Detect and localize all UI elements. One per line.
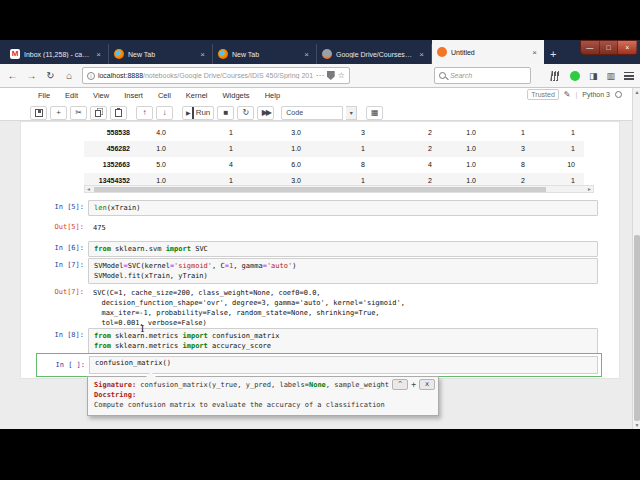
scroll-left-icon[interactable]: ◄	[86, 186, 91, 193]
chevron-down-icon[interactable]: ▾	[346, 106, 357, 120]
menu-file[interactable]: File	[38, 91, 50, 100]
cell-type-dropdown[interactable]: Code	[281, 106, 343, 120]
cut-cell-button[interactable]: ✂	[70, 106, 87, 120]
add-cell-button[interactable]: +	[50, 106, 67, 120]
scroll-up-icon[interactable]: ▲	[633, 89, 640, 95]
close-button[interactable]: ×	[618, 41, 637, 54]
code-token: import	[183, 332, 208, 340]
header-right: Trusted ✎ | Python 3	[527, 89, 622, 100]
output-line: SVC(C=1, cache_size=200, class_weight=No…	[93, 288, 405, 298]
scrollbar-thumb[interactable]	[94, 187, 546, 192]
docstring-text: Compute confusion matrix to evaluate the…	[94, 400, 432, 410]
search-bar[interactable]: Search	[434, 67, 531, 84]
cell: 1.0	[434, 157, 478, 173]
tab-google-drive[interactable]: Google Drive/Courses/IDIS 450 ×	[317, 44, 432, 64]
paste-cell-button[interactable]	[110, 106, 127, 120]
tooltip-close-button[interactable]: x	[419, 379, 435, 390]
out-prompt: Out[5]:	[34, 223, 84, 231]
site-info-icon[interactable]: i	[87, 72, 95, 80]
tab-label: Inbox (11,258) - capar@tamu...	[24, 51, 90, 58]
row-index: 1352663	[84, 157, 132, 173]
code-token: len	[94, 204, 107, 212]
code-token: accuracy_score	[208, 342, 271, 350]
move-cell-down-button[interactable]: ↓	[156, 106, 173, 120]
tab-close-icon[interactable]: ×	[302, 50, 311, 59]
scroll-right-icon[interactable]: ►	[587, 186, 592, 193]
back-button[interactable]: ←	[6, 71, 19, 81]
cell: 1	[168, 125, 235, 141]
table-horizontal-scrollbar[interactable]: ◄ ►	[84, 185, 594, 193]
extension-icon[interactable]	[570, 71, 580, 81]
tab-close-icon[interactable]: ×	[417, 50, 426, 59]
tab-gmail[interactable]: M Inbox (11,258) - capar@tamu... ×	[5, 44, 109, 64]
scroll-down-icon[interactable]: ▼	[633, 422, 640, 428]
new-tab-button[interactable]: +	[550, 48, 556, 60]
tab-close-icon[interactable]: ×	[530, 48, 539, 57]
code-token: import	[183, 342, 208, 350]
menu-edit[interactable]: Edit	[65, 91, 78, 100]
menu-kernel[interactable]: Kernel	[186, 91, 208, 100]
cell: 8	[303, 157, 367, 173]
home-button[interactable]: ⌂	[63, 71, 76, 81]
tooltip-expand-button[interactable]: ^	[392, 379, 408, 390]
tab-bar: M Inbox (11,258) - capar@tamu... × New T…	[0, 40, 640, 64]
tab-label: New Tab	[232, 51, 298, 58]
restart-run-all-button[interactable]: ▶▶	[257, 106, 274, 120]
move-cell-up-button[interactable]: ↑	[136, 106, 153, 120]
library-icon[interactable]	[550, 71, 561, 81]
cell: 5.0	[132, 157, 168, 173]
vertical-scrollbar[interactable]: ▲ ▼	[632, 88, 640, 429]
url-host: localhost:8888	[98, 72, 143, 79]
url-text: localhost:8888/notebooks/Google Drive/Co…	[98, 72, 313, 79]
code-cell-in6[interactable]: from sklearn.svm import SVC	[88, 241, 598, 257]
scrollbar-thumb[interactable]	[634, 235, 640, 421]
tab-new-tab-2[interactable]: New Tab ×	[213, 44, 317, 64]
menu-view[interactable]: View	[93, 91, 109, 100]
pocket-icon[interactable]	[327, 71, 335, 80]
forward-button[interactable]: →	[25, 71, 38, 81]
kernel-status-icon	[615, 91, 622, 98]
run-button[interactable]: ▶Run	[182, 106, 214, 120]
signature-none: None	[309, 381, 326, 389]
cell: 1.0	[434, 125, 478, 141]
tab-untitled-active[interactable]: Untitled ×	[432, 40, 544, 64]
tooltip-pager-button[interactable]: +	[411, 380, 416, 390]
code-token: sklearn.svm	[111, 245, 166, 253]
code-token: from	[94, 342, 111, 350]
trusted-button[interactable]: Trusted	[527, 89, 558, 100]
page-actions-icon[interactable]: ⋯	[316, 71, 324, 80]
code-editor-active[interactable]: confusion_matrix()	[89, 356, 598, 374]
copy-cell-button[interactable]	[90, 106, 107, 120]
maximize-button[interactable]: □	[600, 41, 619, 54]
save-button[interactable]	[30, 106, 47, 120]
code-cell-in7[interactable]: SVModel=SVC(kernel='sigmoid', C=1, gamma…	[88, 258, 598, 284]
signature-text: confusion_matrix(y_true, y_pred, labels=	[136, 381, 309, 389]
active-code-cell[interactable]: In [ ]: confusion_matrix()	[36, 353, 602, 377]
menu-widgets[interactable]: Widgets	[223, 91, 250, 100]
highlights-icon[interactable]: ▥	[606, 71, 615, 81]
jupyter-gray-icon	[322, 49, 332, 59]
cell: 4	[367, 157, 434, 173]
menu-insert[interactable]: Insert	[124, 91, 143, 100]
tab-close-icon[interactable]: ×	[94, 50, 103, 59]
divider: |	[576, 91, 578, 98]
menu-cell[interactable]: Cell	[158, 91, 171, 100]
bookmark-star-icon[interactable]: ☆	[338, 71, 345, 80]
restart-kernel-button[interactable]: ↻	[237, 106, 254, 120]
command-palette-button[interactable]: ▦	[366, 106, 383, 120]
tab-close-icon[interactable]: ×	[198, 50, 207, 59]
interrupt-kernel-button[interactable]: ■	[217, 106, 234, 120]
in-prompt: In [7]:	[34, 261, 84, 269]
code-cell-in8[interactable]: from sklearn.metrics import confusion_ma…	[88, 328, 598, 354]
url-bar[interactable]: i localhost:8888/notebooks/Google Drive/…	[82, 67, 350, 84]
in-prompt: In [ ]:	[35, 361, 85, 369]
tab-new-tab-1[interactable]: New Tab ×	[109, 44, 213, 64]
reload-button[interactable]: ↻	[44, 71, 57, 81]
minimize-button[interactable]: —	[581, 41, 600, 54]
sidebar-icon[interactable]: ◨	[589, 71, 598, 81]
code-token: sklearn.metrics	[111, 342, 183, 350]
hamburger-menu-icon[interactable]	[624, 72, 634, 80]
code-token: (xTrain)	[107, 204, 141, 212]
menu-help[interactable]: Help	[265, 91, 280, 100]
code-cell-in5[interactable]: len(xTrain)	[88, 200, 598, 216]
